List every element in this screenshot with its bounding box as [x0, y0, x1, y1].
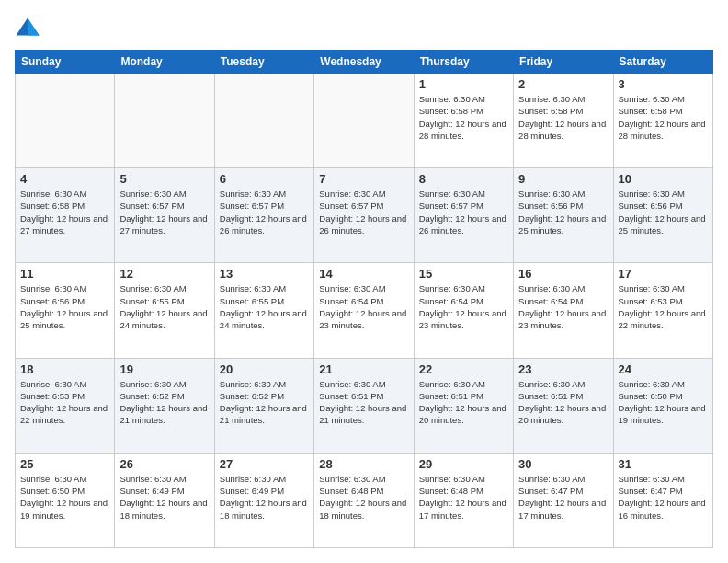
weekday-header-monday: Monday: [115, 51, 214, 74]
calendar-cell: 29Sunrise: 6:30 AM Sunset: 6:48 PM Dayli…: [414, 453, 513, 547]
weekday-header-tuesday: Tuesday: [214, 51, 313, 74]
day-number: 4: [20, 172, 109, 186]
day-info: Sunrise: 6:30 AM Sunset: 6:48 PM Dayligh…: [419, 473, 508, 522]
day-number: 1: [419, 77, 508, 91]
calendar-cell: 20Sunrise: 6:30 AM Sunset: 6:52 PM Dayli…: [214, 358, 313, 453]
logo-icon: [15, 15, 40, 40]
calendar-cell: 19Sunrise: 6:30 AM Sunset: 6:52 PM Dayli…: [115, 358, 214, 453]
day-number: 10: [619, 172, 708, 186]
calendar-cell: 17Sunrise: 6:30 AM Sunset: 6:53 PM Dayli…: [613, 263, 712, 358]
day-info: Sunrise: 6:30 AM Sunset: 6:57 PM Dayligh…: [119, 188, 209, 236]
day-number: 17: [619, 267, 708, 281]
day-info: Sunrise: 6:30 AM Sunset: 6:55 PM Dayligh…: [119, 282, 209, 331]
week-row-2: 4Sunrise: 6:30 AM Sunset: 6:58 PM Daylig…: [16, 168, 713, 263]
day-info: Sunrise: 6:30 AM Sunset: 6:58 PM Dayligh…: [20, 188, 109, 236]
day-info: Sunrise: 6:30 AM Sunset: 6:54 PM Dayligh…: [319, 282, 408, 331]
week-row-5: 25Sunrise: 6:30 AM Sunset: 6:50 PM Dayli…: [16, 453, 713, 547]
calendar-cell: [16, 74, 115, 168]
calendar-cell: 4Sunrise: 6:30 AM Sunset: 6:58 PM Daylig…: [16, 168, 115, 263]
day-number: 11: [20, 267, 109, 281]
day-info: Sunrise: 6:30 AM Sunset: 6:51 PM Dayligh…: [419, 378, 508, 427]
day-info: Sunrise: 6:30 AM Sunset: 6:58 PM Dayligh…: [419, 93, 508, 142]
logo: [15, 15, 44, 40]
calendar-cell: 16Sunrise: 6:30 AM Sunset: 6:54 PM Dayli…: [514, 263, 613, 358]
day-info: Sunrise: 6:30 AM Sunset: 6:48 PM Dayligh…: [319, 473, 408, 522]
calendar-cell: 10Sunrise: 6:30 AM Sunset: 6:56 PM Dayli…: [613, 168, 712, 263]
day-number: 15: [419, 267, 508, 281]
day-info: Sunrise: 6:30 AM Sunset: 6:57 PM Dayligh…: [419, 188, 508, 236]
day-number: 2: [518, 77, 608, 91]
day-number: 24: [619, 362, 708, 376]
day-number: 26: [119, 457, 209, 471]
day-number: 30: [518, 457, 608, 471]
calendar-cell: 22Sunrise: 6:30 AM Sunset: 6:51 PM Dayli…: [414, 358, 513, 453]
calendar-cell: 2Sunrise: 6:30 AM Sunset: 6:58 PM Daylig…: [514, 74, 613, 168]
day-number: 8: [419, 172, 508, 186]
day-number: 27: [220, 457, 309, 471]
weekday-header-wednesday: Wednesday: [314, 51, 414, 74]
calendar-cell: 13Sunrise: 6:30 AM Sunset: 6:55 PM Dayli…: [214, 263, 313, 358]
day-info: Sunrise: 6:30 AM Sunset: 6:57 PM Dayligh…: [319, 188, 408, 236]
day-info: Sunrise: 6:30 AM Sunset: 6:51 PM Dayligh…: [518, 378, 608, 427]
day-info: Sunrise: 6:30 AM Sunset: 6:49 PM Dayligh…: [119, 473, 209, 522]
calendar-cell: 24Sunrise: 6:30 AM Sunset: 6:50 PM Dayli…: [613, 358, 712, 453]
day-info: Sunrise: 6:30 AM Sunset: 6:53 PM Dayligh…: [20, 378, 109, 427]
day-info: Sunrise: 6:30 AM Sunset: 6:52 PM Dayligh…: [220, 378, 309, 427]
calendar-cell: 23Sunrise: 6:30 AM Sunset: 6:51 PM Dayli…: [514, 358, 613, 453]
day-info: Sunrise: 6:30 AM Sunset: 6:49 PM Dayligh…: [220, 473, 309, 522]
weekday-header-thursday: Thursday: [414, 51, 513, 74]
week-row-1: 1Sunrise: 6:30 AM Sunset: 6:58 PM Daylig…: [16, 74, 713, 168]
calendar-cell: 18Sunrise: 6:30 AM Sunset: 6:53 PM Dayli…: [16, 358, 115, 453]
day-info: Sunrise: 6:30 AM Sunset: 6:54 PM Dayligh…: [419, 282, 508, 331]
calendar-cell: [115, 74, 214, 168]
day-number: 20: [220, 362, 309, 376]
day-number: 28: [319, 457, 408, 471]
calendar-cell: [314, 74, 414, 168]
calendar-cell: 11Sunrise: 6:30 AM Sunset: 6:56 PM Dayli…: [16, 263, 115, 358]
week-row-3: 11Sunrise: 6:30 AM Sunset: 6:56 PM Dayli…: [16, 263, 713, 358]
day-info: Sunrise: 6:30 AM Sunset: 6:58 PM Dayligh…: [518, 93, 608, 142]
day-number: 12: [119, 267, 209, 281]
weekday-header-friday: Friday: [514, 51, 613, 74]
calendar-cell: 25Sunrise: 6:30 AM Sunset: 6:50 PM Dayli…: [16, 453, 115, 547]
day-number: 3: [619, 77, 708, 91]
day-number: 5: [119, 172, 209, 186]
calendar-cell: 31Sunrise: 6:30 AM Sunset: 6:47 PM Dayli…: [613, 453, 712, 547]
calendar-cell: 30Sunrise: 6:30 AM Sunset: 6:47 PM Dayli…: [514, 453, 613, 547]
calendar-cell: 15Sunrise: 6:30 AM Sunset: 6:54 PM Dayli…: [414, 263, 513, 358]
day-info: Sunrise: 6:30 AM Sunset: 6:51 PM Dayligh…: [319, 378, 408, 427]
day-info: Sunrise: 6:30 AM Sunset: 6:56 PM Dayligh…: [518, 188, 608, 236]
day-info: Sunrise: 6:30 AM Sunset: 6:53 PM Dayligh…: [619, 282, 708, 331]
day-info: Sunrise: 6:30 AM Sunset: 6:54 PM Dayligh…: [518, 282, 608, 331]
day-number: 13: [220, 267, 309, 281]
day-number: 18: [20, 362, 109, 376]
calendar-cell: [214, 74, 313, 168]
weekday-header-sunday: Sunday: [16, 51, 115, 74]
calendar-cell: 7Sunrise: 6:30 AM Sunset: 6:57 PM Daylig…: [314, 168, 414, 263]
day-info: Sunrise: 6:30 AM Sunset: 6:47 PM Dayligh…: [619, 473, 708, 522]
calendar-cell: 3Sunrise: 6:30 AM Sunset: 6:58 PM Daylig…: [613, 74, 712, 168]
calendar-cell: 28Sunrise: 6:30 AM Sunset: 6:48 PM Dayli…: [314, 453, 414, 547]
calendar-cell: 26Sunrise: 6:30 AM Sunset: 6:49 PM Dayli…: [115, 453, 214, 547]
day-number: 23: [518, 362, 608, 376]
day-info: Sunrise: 6:30 AM Sunset: 6:56 PM Dayligh…: [619, 188, 708, 236]
day-info: Sunrise: 6:30 AM Sunset: 6:58 PM Dayligh…: [619, 93, 708, 142]
day-info: Sunrise: 6:30 AM Sunset: 6:52 PM Dayligh…: [119, 378, 209, 427]
day-number: 7: [319, 172, 408, 186]
calendar-cell: 6Sunrise: 6:30 AM Sunset: 6:57 PM Daylig…: [214, 168, 313, 263]
calendar-cell: 1Sunrise: 6:30 AM Sunset: 6:58 PM Daylig…: [414, 74, 513, 168]
weekday-header-row: SundayMondayTuesdayWednesdayThursdayFrid…: [16, 51, 713, 74]
weekday-header-saturday: Saturday: [613, 51, 712, 74]
day-number: 19: [119, 362, 209, 376]
calendar-cell: 5Sunrise: 6:30 AM Sunset: 6:57 PM Daylig…: [115, 168, 214, 263]
day-info: Sunrise: 6:30 AM Sunset: 6:55 PM Dayligh…: [220, 282, 309, 331]
day-info: Sunrise: 6:30 AM Sunset: 6:47 PM Dayligh…: [518, 473, 608, 522]
calendar-cell: 9Sunrise: 6:30 AM Sunset: 6:56 PM Daylig…: [514, 168, 613, 263]
day-number: 29: [419, 457, 508, 471]
day-number: 6: [220, 172, 309, 186]
week-row-4: 18Sunrise: 6:30 AM Sunset: 6:53 PM Dayli…: [16, 358, 713, 453]
day-number: 31: [619, 457, 708, 471]
calendar-cell: 14Sunrise: 6:30 AM Sunset: 6:54 PM Dayli…: [314, 263, 414, 358]
day-number: 21: [319, 362, 408, 376]
header: [15, 15, 713, 40]
